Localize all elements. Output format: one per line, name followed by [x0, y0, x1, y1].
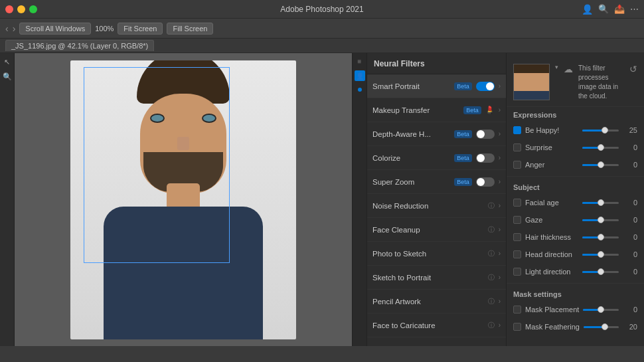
maximize-button[interactable]: [29, 5, 37, 13]
light-direction-thumb[interactable]: [598, 268, 604, 275]
preview-dropdown-icon[interactable]: ▾: [555, 64, 558, 72]
share-icon[interactable]: 📤: [614, 4, 625, 14]
photo-to-sketch-info[interactable]: ⓘ: [488, 249, 495, 258]
filter-item-makeup-transfer[interactable]: Makeup Transfer Beta 💄 ›: [367, 98, 506, 122]
scroll-all-windows-button[interactable]: Scroll All Windows: [19, 23, 91, 35]
surprise-label: Surprise: [525, 143, 578, 151]
fill-screen-button[interactable]: Fill Screen: [167, 23, 213, 35]
filter-sidebar-icon-2[interactable]: 👤: [355, 70, 365, 81]
preview-section: ▾ ☁ This filter processes image data in …: [507, 58, 644, 107]
hair-thickness-thumb[interactable]: [598, 234, 604, 240]
filter-name-pencil-artwork: Pencil Artwork: [372, 298, 484, 306]
back-icon[interactable]: ‹: [5, 23, 9, 34]
filter-item-face-cleanup[interactable]: Face Cleanup ⓘ ›: [367, 218, 506, 242]
slider-row-surprise: Surprise 0: [507, 139, 644, 156]
zoom-level: 100%: [95, 25, 114, 33]
filter-item-face-to-caricature[interactable]: Face to Caricature ⓘ ›: [367, 314, 506, 337]
noise-reduction-info[interactable]: ⓘ: [488, 201, 495, 211]
neural-filters-title: Neural Filters: [374, 59, 425, 68]
mask-feathering-value: 20: [623, 323, 637, 331]
filter-item-smart-portrait[interactable]: Smart Portrait Beta ›: [367, 74, 506, 98]
surprise-thumb[interactable]: [598, 144, 604, 151]
light-direction-track[interactable]: [582, 271, 619, 273]
anger-thumb[interactable]: [598, 161, 604, 168]
minimize-button[interactable]: [17, 5, 25, 13]
surprise-checkbox[interactable]: [513, 143, 521, 151]
filter-item-colorize[interactable]: Colorize Beta ›: [367, 146, 506, 170]
hair-thickness-checkbox[interactable]: [513, 233, 521, 241]
head-direction-thumb[interactable]: [598, 251, 604, 258]
mask-feathering-thumb[interactable]: [602, 323, 608, 330]
mask-feathering-checkbox[interactable]: [513, 323, 521, 331]
be-happy-thumb[interactable]: [602, 127, 608, 134]
filter-item-pencil-artwork[interactable]: Pencil Artwork ⓘ ›: [367, 290, 506, 314]
smart-portrait-toggle[interactable]: [476, 82, 495, 91]
facial-age-checkbox[interactable]: [513, 199, 521, 207]
user-icon[interactable]: 👤: [582, 4, 593, 15]
anger-value: 0: [623, 161, 637, 169]
pencil-artwork-info[interactable]: ⓘ: [488, 297, 495, 306]
head-direction-label: Head direction: [525, 250, 578, 258]
expressions-section-label: Expressions: [507, 107, 644, 122]
depth-aware-toggle[interactable]: [476, 130, 495, 139]
hair-thickness-track[interactable]: [582, 236, 619, 238]
filter-badge-smart-portrait: Beta: [454, 82, 472, 90]
facial-age-track[interactable]: [582, 202, 619, 204]
photo-background: [70, 60, 296, 339]
reset-icon[interactable]: ↺: [629, 64, 637, 74]
mask-placement-track[interactable]: [583, 309, 619, 311]
face-to-caricature-info[interactable]: ⓘ: [488, 321, 495, 330]
filter-name-makeup-transfer: Makeup Transfer: [372, 106, 459, 114]
filter-item-super-zoom[interactable]: Super Zoom Beta ›: [367, 170, 506, 194]
super-zoom-arrow: ›: [499, 178, 501, 185]
toggle-knob-colorize: [477, 154, 485, 162]
zoom-tool[interactable]: 🔍: [1, 70, 13, 82]
anger-checkbox[interactable]: [513, 161, 521, 169]
head-direction-value: 0: [623, 250, 637, 258]
filter-item-sketch-to-portrait[interactable]: Sketch to Portrait ⓘ ›: [367, 266, 506, 290]
gaze-checkbox[interactable]: [513, 216, 521, 224]
filter-item-noise-reduction[interactable]: Noise Reduction ⓘ ›: [367, 194, 506, 218]
noise-reduction-arrow: ›: [499, 202, 501, 209]
colorize-toggle[interactable]: [476, 153, 495, 163]
gaze-track[interactable]: [582, 219, 619, 221]
filter-item-depth-aware[interactable]: Depth-Aware H... Beta ›: [367, 122, 506, 146]
surprise-track[interactable]: [582, 147, 619, 149]
mask-feathering-track[interactable]: [584, 326, 619, 328]
be-happy-checkbox[interactable]: [513, 126, 521, 134]
face-cleanup-info[interactable]: ⓘ: [488, 225, 495, 234]
makeup-transfer-arrow: ›: [499, 106, 501, 114]
mask-placement-checkbox[interactable]: [513, 306, 521, 314]
head-direction-checkbox[interactable]: [513, 250, 521, 258]
slider-row-be-happy: Be Happy! 25: [507, 122, 644, 139]
tab-bar: _JS_1196.jpg @ 42.1% (Layer 0, RGB/8*): [0, 39, 644, 53]
toggle-knob-smart-portrait: [486, 82, 494, 90]
light-direction-checkbox[interactable]: [513, 268, 521, 276]
move-tool[interactable]: ↖: [1, 56, 13, 68]
sketch-to-portrait-info[interactable]: ⓘ: [488, 273, 495, 282]
filter-name-colorize: Colorize: [372, 154, 450, 162]
fit-screen-button[interactable]: Fit Screen: [118, 23, 163, 35]
search-icon[interactable]: 🔍: [598, 4, 609, 14]
more-icon[interactable]: ⋯: [630, 4, 639, 14]
super-zoom-toggle[interactable]: [476, 177, 495, 187]
filter-sidebar-icon-1[interactable]: ≡: [355, 56, 365, 66]
depth-aware-arrow: ›: [499, 130, 501, 137]
sketch-to-portrait-arrow: ›: [499, 274, 501, 281]
filter-badge-colorize: Beta: [454, 154, 472, 162]
close-button[interactable]: [5, 5, 13, 13]
mask-placement-thumb[interactable]: [598, 306, 604, 313]
gaze-thumb[interactable]: [598, 217, 604, 223]
mask-placement-value: 0: [623, 306, 637, 314]
pencil-artwork-arrow: ›: [499, 298, 501, 305]
be-happy-track[interactable]: [582, 130, 619, 132]
filter-item-photo-to-sketch[interactable]: Photo to Sketch ⓘ ›: [367, 242, 506, 266]
forward-icon[interactable]: ›: [13, 23, 16, 34]
facial-age-thumb[interactable]: [598, 199, 604, 206]
facial-age-label: Facial age: [525, 199, 578, 207]
file-tab[interactable]: _JS_1196.jpg @ 42.1% (Layer 0, RGB/8*): [5, 40, 154, 51]
anger-track[interactable]: [582, 164, 619, 166]
head-direction-track[interactable]: [582, 254, 619, 256]
app-title: Adobe Photoshop 2021: [280, 5, 363, 14]
canvas-background: [15, 53, 352, 346]
